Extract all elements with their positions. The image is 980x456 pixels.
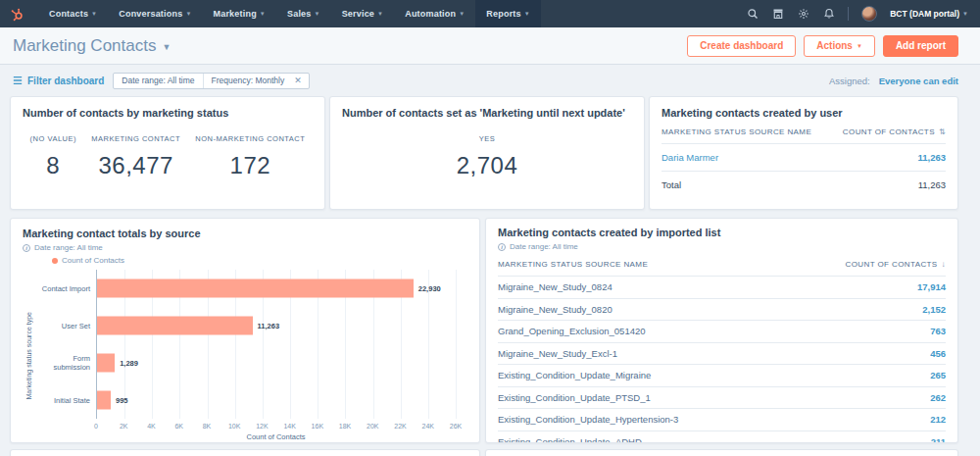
card-title: Number of contacts by marketing status	[23, 107, 313, 119]
x-tick-label: 10K	[228, 423, 240, 430]
stat-value: 2,704	[457, 152, 518, 179]
row-source-name: Existing_Condition_Update_Hypertension-3	[498, 414, 678, 425]
stat-label: YES	[457, 134, 518, 143]
bar-row: 1,289	[97, 344, 456, 381]
x-tick-label: 8K	[203, 423, 212, 430]
partial-card	[485, 449, 958, 456]
nav-item-label: Service	[342, 9, 374, 19]
x-tick-label: 24K	[422, 423, 434, 430]
chevron-down-icon: ▼	[91, 11, 97, 17]
x-axis-title: Count of Contacts	[96, 432, 456, 441]
x-tick-label: 0	[94, 423, 98, 430]
filter-dashboard-button[interactable]: Filter dashboard	[13, 76, 104, 86]
chevron-down-icon: ▼	[857, 43, 862, 49]
nav-menu: Contacts▼Conversations▼Marketing▼Sales▼S…	[38, 0, 541, 27]
dashboard-title-dropdown[interactable]: Marketing Contacts ▼	[13, 36, 171, 56]
table-row: Grand_Opening_Exclusion_051420763	[498, 320, 946, 342]
chevron-down-icon: ▼	[260, 11, 266, 17]
bar-user-set[interactable]	[97, 317, 253, 335]
column-header-count[interactable]: COUNT OF CONTACTS⇅	[843, 127, 946, 136]
bar-value-label: 11,263	[258, 322, 280, 330]
nav-item-label: Automation	[405, 9, 456, 19]
x-tick-label: 4K	[147, 423, 156, 430]
hubspot-logo-icon[interactable]	[10, 0, 24, 27]
notifications-icon[interactable]	[822, 8, 835, 21]
nav-item-contacts[interactable]: Contacts▼	[38, 0, 108, 27]
column-header-source-name[interactable]: MARKETING STATUS SOURCE NAME	[662, 127, 811, 136]
row-source-name: Migraine_New_Study_Excl-1	[498, 348, 617, 359]
portal-menu[interactable]: BCT (DAM portal) ▼	[890, 9, 968, 19]
x-tick-label: 2K	[120, 423, 128, 430]
column-header-source-name[interactable]: MARKETING STATUS SOURCE NAME	[498, 260, 648, 269]
dashboard-filters-pill[interactable]: Date range: All timeFrequency: Monthly ✕	[113, 73, 309, 89]
x-tick-label: 6K	[174, 423, 183, 430]
user-avatar[interactable]	[861, 6, 877, 22]
info-icon[interactable]: i	[23, 244, 30, 252]
row-count[interactable]: 11,263	[917, 152, 946, 163]
x-tick-label: 20K	[367, 423, 378, 430]
table-row: Migraine_New_Study_Excl-1456	[498, 342, 946, 365]
sort-icon[interactable]: ⇅	[939, 127, 946, 136]
top-navigation: Contacts▼Conversations▼Marketing▼Sales▼S…	[0, 0, 980, 27]
row-count[interactable]: 2,152	[922, 304, 946, 315]
add-report-button[interactable]: Add report	[883, 35, 958, 57]
x-tick-label: 14K	[283, 423, 295, 430]
card-contacts-by-imported-list: Marketing contacts created by imported l…	[485, 218, 958, 443]
filter-pill-segment[interactable]: Date range: All time	[114, 74, 202, 88]
bar-contact-import[interactable]	[97, 279, 414, 298]
nav-item-automation[interactable]: Automation▼	[394, 0, 475, 27]
nav-item-reports[interactable]: Reports▼	[475, 0, 541, 27]
actions-button[interactable]: Actions ▼	[804, 35, 875, 57]
filter-pill-segment[interactable]: Frequency: Monthly	[203, 74, 293, 88]
x-tick-label: 26K	[450, 423, 462, 430]
row-count[interactable]: 456	[930, 348, 946, 359]
bar-row: 11,263	[97, 307, 456, 344]
nav-item-label: Sales	[287, 9, 312, 19]
row-source-name: Grand_Opening_Exclusion_051420	[498, 326, 646, 336]
card-contacts-created-by-user: Marketing contacts created by user MARKE…	[649, 96, 958, 210]
marketplace-icon[interactable]	[771, 8, 784, 21]
chevron-down-icon: ▼	[162, 42, 171, 52]
assigned-value-link[interactable]: Everyone can edit	[879, 76, 958, 86]
create-dashboard-button[interactable]: Create dashboard	[687, 35, 796, 57]
row-count[interactable]: 763	[930, 326, 946, 336]
chevron-down-icon: ▼	[315, 11, 320, 17]
nav-item-service[interactable]: Service▼	[331, 0, 395, 27]
table-row: Migraine_New_Study_082417,914	[498, 276, 946, 298]
close-icon[interactable]: ✕	[292, 76, 309, 85]
nav-item-marketing[interactable]: Marketing▼	[203, 0, 276, 27]
row-count[interactable]: 212	[930, 414, 946, 425]
filter-dashboard-label: Filter dashboard	[27, 76, 104, 86]
card-contacts-by-marketing-status: Number of contacts by marketing status (…	[10, 96, 325, 210]
row-count[interactable]: 262	[930, 392, 946, 403]
row-source-name: Existing_Condition_Update_PTSD_1	[498, 392, 651, 403]
bar-form-submission[interactable]	[97, 354, 115, 373]
portal-name: BCT (DAM portal)	[890, 9, 959, 19]
column-header-count[interactable]: COUNT OF CONTACTS↓	[846, 260, 946, 269]
row-source-name[interactable]: Daria Marmer	[662, 152, 718, 163]
sort-icon[interactable]: ↓	[942, 260, 946, 269]
row-count[interactable]: 17,914	[917, 281, 946, 292]
card-title: Number of contacts set as 'Marketing unt…	[342, 107, 632, 119]
stat-value: 172	[195, 152, 305, 179]
row-count[interactable]: 211	[931, 436, 946, 443]
nav-item-conversations[interactable]: Conversations▼	[108, 0, 202, 27]
stat: MARKETING CONTACT36,477	[91, 134, 180, 179]
table-row: Daria Marmer11,263	[662, 143, 946, 171]
stat: NON-MARKETING CONTACT172	[195, 134, 305, 179]
bar-value-label: 995	[116, 396, 128, 405]
bar-initial-state[interactable]	[97, 391, 111, 410]
category-label: User Set	[35, 307, 96, 344]
bar-value-label: 22,930	[418, 284, 441, 293]
info-icon[interactable]: i	[498, 243, 506, 251]
nav-item-label: Reports	[486, 9, 520, 19]
row-count[interactable]: 265	[930, 370, 946, 380]
nav-item-sales[interactable]: Sales▼	[276, 0, 331, 27]
settings-icon[interactable]	[797, 8, 809, 21]
card-marketing-until-next-update: Number of contacts set as 'Marketing unt…	[329, 96, 645, 210]
table-row: Existing_Condition_Update_Hypertension-3…	[498, 408, 946, 431]
search-icon[interactable]	[746, 8, 759, 21]
nav-item-label: Conversations	[119, 9, 182, 19]
gridline	[456, 270, 457, 419]
legend-label[interactable]: Count of Contacts	[62, 256, 124, 265]
